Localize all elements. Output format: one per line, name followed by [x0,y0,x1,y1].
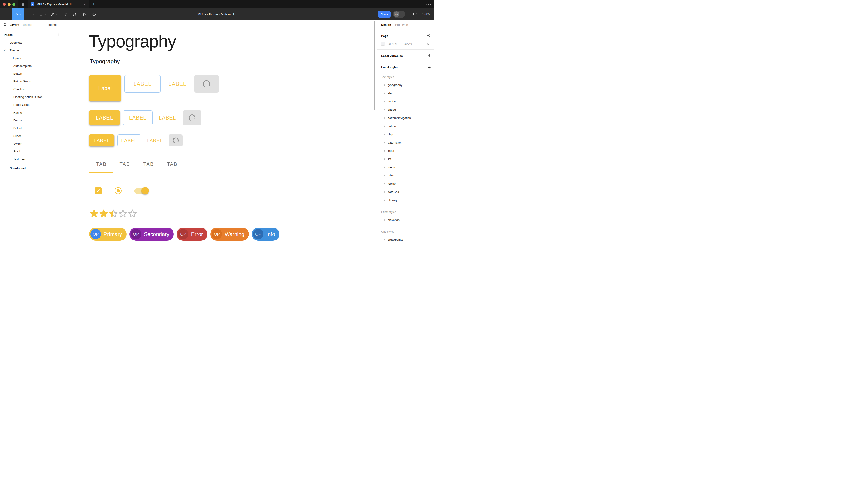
new-tab-button[interactable]: + [90,0,97,8]
style-item[interactable]: bottomNavigation [377,114,434,122]
star-icon[interactable] [108,208,118,218]
text-tool-button[interactable] [61,8,69,20]
checkbox-checked[interactable] [95,187,102,194]
sidebar-page-item[interactable]: ✓ ↓ Stack [0,148,63,155]
button-outlined-medium[interactable]: LABEL [123,110,153,125]
window-more-menu[interactable] [423,0,434,8]
style-item[interactable]: typography [377,81,434,89]
actions-tool-button[interactable] [70,8,79,20]
sidebar-page-item[interactable]: ✓ ↓ Select [0,124,63,132]
shape-tool-button[interactable] [37,8,48,20]
canvas-subheading[interactable]: Typography [90,58,120,65]
star-icon[interactable] [89,208,99,218]
chip[interactable]: OP Primary [89,228,126,240]
radio-selected[interactable] [115,187,122,194]
button-contained-medium[interactable]: LABEL [89,110,120,125]
style-item[interactable]: elevation [377,216,434,224]
sidebar-page-item[interactable]: ✓ ↓ Button [0,70,63,77]
tab-layers[interactable]: Layers [9,23,19,27]
button-outlined-small[interactable]: LABEL [117,134,141,147]
home-button[interactable] [18,0,28,8]
style-item[interactable]: dataGrid [377,188,434,196]
cheatsheet-item[interactable]: Cheatsheet [0,164,63,172]
local-variables-row[interactable]: Local variables [377,51,434,61]
style-item[interactable]: chip [377,130,434,138]
disclosure-triangle-icon[interactable] [384,101,385,102]
style-item[interactable]: list [377,155,434,163]
close-window-button[interactable] [3,3,6,6]
sidebar-page-item[interactable]: ✓ ↓ Switch [0,140,63,148]
sidebar-page-item[interactable]: ✓ ↓ Slider [0,132,63,140]
move-tool-button[interactable] [12,8,24,20]
page-dropdown[interactable]: Theme [48,23,60,27]
pen-tool-button[interactable] [49,8,60,20]
disclosure-triangle-icon[interactable] [384,166,385,168]
sidebar-page-item[interactable]: ✓ ↓ Text Field [0,155,63,163]
dev-mode-toggle[interactable]: </> [393,11,405,18]
disclosure-triangle-icon[interactable] [384,125,385,127]
page-fill-row[interactable]: F3F4F6 100% [377,40,434,47]
style-item[interactable]: datePicker [377,138,434,147]
tab-design[interactable]: Design [381,23,391,27]
disclosure-triangle-icon[interactable] [384,183,385,185]
button-text-large[interactable]: LABEL [168,75,186,93]
button-text-small[interactable]: LABEL [147,134,162,147]
style-item[interactable]: _library [377,196,434,204]
chip[interactable]: OP Error [177,228,207,240]
fullscreen-window-button[interactable] [12,3,16,6]
chip[interactable]: OP Secondary [129,228,174,240]
sidebar-page-item[interactable]: ✓ ↓ Overview [0,39,63,46]
sidebar-page-item[interactable]: ✓ ↓ Radio Group [0,101,63,109]
chip[interactable]: OP Warning [210,228,249,240]
tab-prototype[interactable]: Prototype [395,23,408,27]
disclosure-triangle-icon[interactable] [384,219,385,221]
disclosure-triangle-icon[interactable] [384,199,385,201]
sidebar-page-item[interactable]: ✓ ↓ Rating [0,109,63,117]
canvas-scrollbar[interactable] [374,21,375,109]
style-item[interactable]: alert [377,89,434,97]
disclosure-triangle-icon[interactable] [384,142,385,143]
share-button[interactable]: Share [378,11,391,18]
disclosure-triangle-icon[interactable] [384,150,385,152]
minimize-window-button[interactable] [8,3,11,6]
tab-assets[interactable]: Assets [23,23,32,27]
canvas-tab-3[interactable]: TAB [136,161,161,167]
button-loading-medium[interactable] [183,110,202,125]
sidebar-page-item[interactable]: ✓ ↓ Button Group [0,77,63,85]
sidebar-page-item[interactable]: ✓ ↓ Floating Action Button [0,93,63,101]
hand-tool-button[interactable] [80,8,89,20]
main-menu-button[interactable] [1,8,11,20]
button-contained-large[interactable]: Label [89,75,121,101]
disclosure-triangle-icon[interactable] [384,175,385,176]
button-outlined-large[interactable]: LABEL [124,75,160,93]
page-fill-hex[interactable]: F3F4F6 [386,42,397,45]
canvas-tab-4[interactable]: TAB [160,161,184,167]
frame-tool-button[interactable] [25,8,36,20]
disclosure-triangle-icon[interactable] [384,92,385,94]
disclosure-triangle-icon[interactable] [384,191,385,193]
rating-2-5-stars[interactable] [89,208,137,218]
disclosure-triangle-icon[interactable] [384,239,385,240]
style-item[interactable]: avatar [377,97,434,105]
chip[interactable]: OP Info [252,228,279,240]
sidebar-page-item[interactable]: ✓ ↓ Checkbox [0,85,63,93]
sidebar-page-item[interactable]: ✓ ↓ Theme [0,46,63,54]
style-item[interactable]: menu [377,163,434,171]
style-item[interactable]: button [377,122,434,130]
file-tab[interactable]: MUI for Figma - Material UI ✕ [28,0,89,8]
button-text-medium[interactable]: LABEL [159,110,176,125]
add-page-button[interactable] [57,33,60,36]
disclosure-triangle-icon[interactable] [384,117,385,119]
style-item[interactable]: input [377,147,434,155]
canvas-tab-1[interactable]: TAB [89,161,114,167]
switch-on[interactable] [134,187,149,195]
star-icon[interactable] [118,208,128,218]
sidebar-page-item[interactable]: ✓ ↓ Inputs [0,54,63,62]
disclosure-triangle-icon[interactable] [384,158,385,160]
star-icon[interactable] [99,208,108,218]
button-loading-small[interactable] [168,134,183,147]
present-button[interactable] [411,12,418,16]
sidebar-page-item[interactable]: ✓ ↓ Forms [0,117,63,124]
variables-sliders-icon[interactable] [427,54,431,58]
page-fill-swatch[interactable] [381,41,385,45]
